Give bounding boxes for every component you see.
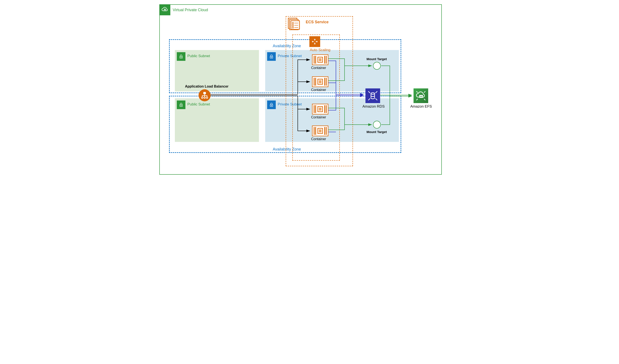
amazon-efs-icon	[414, 88, 428, 103]
container-4-label: Container	[311, 137, 326, 141]
public-subnet-2-label: Public Subnet	[187, 102, 210, 107]
container-icon	[312, 76, 328, 87]
container-2-label: Container	[311, 88, 326, 92]
lock-icon	[177, 52, 185, 61]
svg-rect-48	[204, 92, 206, 94]
alb-icon	[198, 89, 211, 101]
mount-target-1-label: Mount Target	[366, 57, 387, 61]
svg-rect-27	[315, 78, 316, 86]
mount-target-2-label: Mount Target	[366, 130, 387, 134]
vpc-label: Virtual Private Cloud	[173, 8, 208, 12]
svg-rect-20	[315, 56, 316, 64]
svg-rect-40	[314, 127, 315, 135]
ecs-service-label: ECS Service	[306, 20, 329, 24]
auto-scaling-box	[292, 34, 340, 161]
svg-point-46	[371, 93, 375, 95]
lock-icon	[267, 100, 276, 109]
svg-point-2	[181, 57, 181, 57]
svg-rect-19	[314, 56, 315, 64]
svg-rect-0	[164, 10, 166, 11]
mount-target-2-icon	[373, 121, 381, 128]
amazon-efs-label: Amazon EFS	[410, 104, 432, 109]
svg-rect-21	[324, 56, 325, 64]
lock-icon	[177, 100, 185, 109]
svg-rect-36	[326, 105, 327, 113]
svg-point-50	[204, 97, 205, 98]
container-1-label: Container	[311, 66, 326, 70]
svg-rect-28	[324, 78, 325, 86]
svg-rect-24	[319, 58, 322, 61]
svg-point-6	[271, 57, 272, 57]
container-icon	[312, 104, 328, 114]
public-subnet-1-label: Public Subnet	[187, 54, 210, 58]
task-definition-icon	[287, 17, 300, 31]
svg-rect-29	[326, 78, 327, 86]
svg-rect-41	[315, 127, 316, 135]
svg-rect-35	[324, 105, 325, 113]
svg-rect-34	[315, 105, 316, 113]
svg-rect-33	[314, 105, 315, 113]
container-icon	[312, 126, 328, 136]
svg-rect-26	[314, 78, 315, 86]
auto-scaling-icon	[310, 36, 320, 47]
cloud-lock-icon	[160, 4, 170, 15]
auto-scaling-label: Auto Scaling	[310, 48, 330, 52]
svg-rect-31	[319, 80, 322, 83]
svg-rect-38	[319, 108, 322, 111]
svg-rect-22	[326, 56, 327, 64]
svg-point-8	[271, 105, 272, 106]
svg-point-51	[206, 97, 208, 98]
svg-rect-45	[319, 129, 322, 132]
svg-rect-43	[326, 127, 327, 135]
container-icon	[312, 54, 328, 65]
mount-target-1-icon	[373, 62, 381, 70]
svg-point-49	[201, 97, 203, 98]
svg-point-4	[181, 105, 181, 106]
amazon-rds-icon	[366, 88, 380, 103]
lock-icon	[267, 52, 276, 61]
svg-rect-42	[324, 127, 325, 135]
public-subnet-2: Public Subnet	[175, 98, 259, 142]
amazon-rds-label: Amazon RDS	[362, 104, 385, 109]
alb-label: Application Load Balancer	[185, 84, 228, 88]
container-3-label: Container	[311, 115, 326, 119]
diagram-canvas: Virtual Private Cloud Availability Zone …	[155, 0, 464, 182]
